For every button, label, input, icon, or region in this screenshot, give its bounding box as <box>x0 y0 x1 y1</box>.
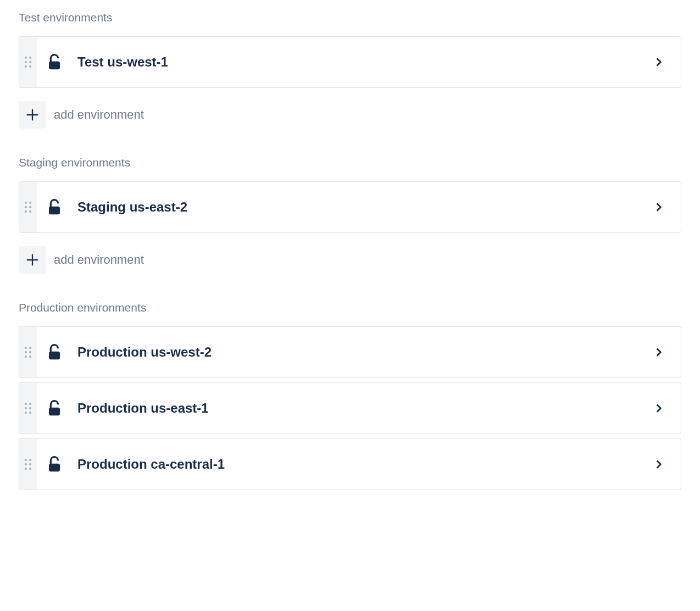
environment-body[interactable]: Production us-west-2 <box>37 327 681 377</box>
drag-handle[interactable] <box>19 327 37 377</box>
svg-rect-1 <box>49 207 60 215</box>
environment-name: Staging us-east-2 <box>77 199 653 215</box>
environment-body[interactable]: Production us-east-1 <box>37 383 681 434</box>
drag-handle[interactable] <box>19 439 37 490</box>
chevron-right-icon <box>653 347 664 358</box>
unlock-icon <box>46 53 63 71</box>
chevron-right-icon <box>653 57 664 68</box>
environment-card[interactable]: Production us-west-2 <box>19 326 681 378</box>
environment-card[interactable]: Staging us-east-2 <box>19 181 681 233</box>
section-title: Staging environments <box>19 156 681 169</box>
unlock-icon <box>46 456 63 473</box>
environment-name: Production ca-central-1 <box>77 457 653 472</box>
drag-handle[interactable] <box>19 383 37 434</box>
add-environment-label: add environment <box>54 108 144 122</box>
svg-rect-3 <box>49 408 60 416</box>
svg-rect-4 <box>49 464 60 472</box>
drag-handle[interactable] <box>19 37 37 87</box>
add-environment-label: add environment <box>54 253 144 267</box>
svg-rect-2 <box>49 352 60 360</box>
add-environment-button[interactable]: add environment <box>19 246 681 274</box>
plus-icon <box>19 246 46 274</box>
environment-name: Test us-west-1 <box>77 54 653 70</box>
plus-icon <box>19 101 46 129</box>
section-title: Test environments <box>19 11 681 24</box>
add-environment-button[interactable]: add environment <box>19 101 681 129</box>
unlock-icon <box>46 399 63 417</box>
environment-body[interactable]: Test us-west-1 <box>37 37 681 87</box>
unlock-icon <box>46 343 63 361</box>
svg-rect-0 <box>49 62 60 70</box>
environment-name: Production us-east-1 <box>77 401 653 416</box>
environment-body[interactable]: Staging us-east-2 <box>37 182 681 232</box>
section-title: Production environments <box>19 301 681 314</box>
environment-card[interactable]: Production ca-central-1 <box>19 438 681 490</box>
environment-body[interactable]: Production ca-central-1 <box>37 439 681 490</box>
environment-name: Production us-west-2 <box>77 345 653 360</box>
environment-card[interactable]: Test us-west-1 <box>19 36 681 88</box>
drag-handle[interactable] <box>19 182 37 232</box>
chevron-right-icon <box>653 403 664 414</box>
chevron-right-icon <box>653 459 664 470</box>
unlock-icon <box>46 198 63 216</box>
environment-card[interactable]: Production us-east-1 <box>19 382 681 434</box>
chevron-right-icon <box>653 202 664 213</box>
